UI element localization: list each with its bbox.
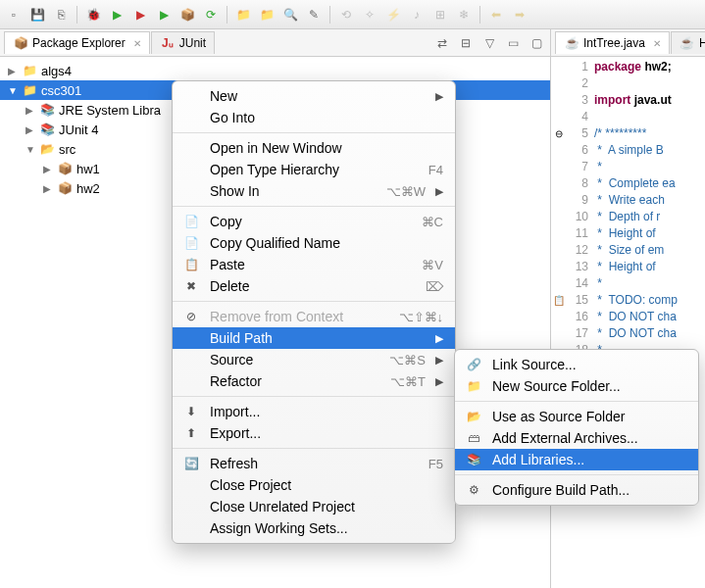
menu-paste[interactable]: 📋Paste⌘V [173, 254, 455, 275]
open-type-icon[interactable]: 📁 [233, 5, 253, 24]
tree-arrow-icon[interactable]: ▶ [25, 105, 35, 116]
save-icon[interactable]: 💾 [27, 5, 47, 24]
menu-close-project[interactable]: Close Project [173, 474, 455, 496]
menu-item-label: Close Project [210, 477, 433, 493]
menu-item-icon: 📁 [465, 379, 482, 393]
tree-label: algs4 [41, 64, 72, 78]
nav-icon: ⟲ [336, 5, 356, 24]
submenu-configure-build-path-[interactable]: ⚙Configure Build Path... [455, 479, 698, 501]
menu-open-type-hierarchy[interactable]: Open Type HierarchyF4 [173, 159, 455, 180]
menu-item-label: Source [210, 352, 379, 368]
tree-label: csc301 [41, 83, 81, 98]
package-explorer-icon: 📦 [13, 35, 28, 51]
menu-copy[interactable]: 📄Copy⌘C [173, 211, 455, 232]
tree-arrow-icon[interactable]: ▶ [43, 183, 53, 194]
menu-item-label: Open Type Hierarchy [210, 162, 419, 177]
menu-show-in[interactable]: Show In⌥⌘W▶ [173, 180, 455, 202]
submenu-link-source-[interactable]: 🔗Link Source... [455, 354, 698, 375]
tree-label: src [59, 142, 76, 157]
close-icon[interactable]: ✕ [133, 38, 141, 49]
tree-arrow-icon[interactable]: ▶ [25, 124, 35, 135]
tree-arrow-icon[interactable]: ▼ [8, 85, 18, 96]
tree-label: JRE System Libra [59, 103, 161, 118]
folder-icon: 📁 [22, 63, 37, 78]
collapse-icon[interactable]: ⇄ [432, 33, 452, 53]
menu-shortcut: ⌦ [426, 279, 443, 294]
search-icon[interactable]: 🔍 [280, 5, 300, 24]
nav-icon: ♪ [407, 5, 427, 24]
menu-open-in-new-window[interactable]: Open in New Window [173, 137, 455, 159]
menu-item-label: Copy [210, 214, 412, 229]
link-icon[interactable]: ⊟ [456, 33, 476, 53]
folder-icon: 📚 [39, 102, 55, 118]
submenu-new-source-folder-[interactable]: 📁New Source Folder... [455, 375, 698, 397]
tree-arrow-icon[interactable]: ▼ [25, 144, 35, 155]
tab-inttree[interactable]: ☕ IntTree.java ✕ [555, 31, 670, 54]
menu-item-label: Paste [210, 257, 412, 272]
menu-item-label: Remove from Context [210, 309, 389, 324]
tree-item-algs4[interactable]: ▶📁algs4 [0, 61, 550, 80]
menu-item-label: Use as Source Folder [492, 409, 686, 424]
menu-item-label: Link Source... [492, 357, 686, 372]
menu-item-icon: 📂 [465, 410, 482, 423]
ext-tool-icon[interactable]: ▶ [130, 5, 150, 24]
tree-label: hw1 [76, 162, 100, 176]
tree-label: hw2 [76, 181, 100, 196]
refresh-icon[interactable]: ⟳ [201, 5, 221, 24]
tab-hw[interactable]: ☕ HW [671, 31, 705, 54]
menu-refactor[interactable]: Refactor⌥⌘T▶ [173, 370, 455, 392]
menu-icon[interactable]: ▽ [479, 33, 499, 53]
menu-item-label: Go Into [210, 110, 433, 125]
menu-export-[interactable]: ⬆Export... [173, 422, 455, 444]
tab-label: JUnit [179, 36, 206, 50]
menu-item-icon: ⬆ [182, 426, 200, 440]
menu-item-label: Open in New Window [210, 140, 433, 156]
menu-item-label: Show In [210, 183, 377, 199]
menu-refresh[interactable]: 🔄RefreshF5 [173, 453, 455, 474]
open-task-icon[interactable]: 📁 [257, 5, 277, 24]
menu-item-label: Add External Archives... [492, 430, 686, 446]
context-menu: New▶Go IntoOpen in New WindowOpen Type H… [172, 80, 456, 544]
menu-copy-qualified-name[interactable]: 📄Copy Qualified Name [173, 232, 455, 254]
build-icon[interactable]: 📦 [177, 5, 197, 24]
tree-arrow-icon[interactable]: ▶ [8, 66, 18, 76]
submenu-add-external-archives-[interactable]: 🗃Add External Archives... [455, 427, 698, 449]
java-file-icon: ☕ [680, 35, 695, 51]
tab-package-explorer[interactable]: 📦 Package Explorer ✕ [4, 31, 150, 54]
submenu-arrow-icon: ▶ [435, 90, 443, 103]
menu-close-unrelated-project[interactable]: Close Unrelated Project [173, 496, 455, 517]
close-icon[interactable]: ✕ [653, 38, 661, 49]
menu-build-path[interactable]: Build Path▶ [173, 327, 455, 349]
menu-source[interactable]: Source⌥⌘S▶ [173, 349, 455, 370]
menu-new[interactable]: New▶ [173, 85, 455, 107]
menu-item-icon: 📋 [182, 258, 200, 271]
tree-arrow-icon[interactable]: ▶ [43, 164, 53, 174]
menu-item-icon: ⊘ [182, 310, 200, 323]
menu-assign-working-sets-[interactable]: Assign Working Sets... [173, 517, 455, 539]
menu-import-[interactable]: ⬇Import... [173, 401, 455, 422]
folder-icon: 📂 [39, 141, 55, 157]
min-icon[interactable]: ▭ [503, 33, 523, 53]
debug-icon[interactable]: 🐞 [83, 5, 103, 24]
tree-label: JUnit 4 [59, 122, 98, 137]
menu-shortcut: F4 [428, 163, 443, 177]
coverage-icon[interactable]: ▶ [154, 5, 174, 24]
menu-item-icon: 📚 [465, 453, 482, 466]
menu-item-label: Copy Qualified Name [210, 235, 433, 251]
menu-item-label: Export... [210, 425, 433, 441]
menu-go-into[interactable]: Go Into [173, 107, 455, 128]
wand-icon[interactable]: ✎ [304, 5, 324, 24]
save-all-icon[interactable]: ⎘ [51, 5, 71, 24]
menu-item-label: New Source Folder... [492, 378, 686, 394]
new-icon[interactable]: ▫ [4, 5, 24, 24]
editor-tabs: ☕ IntTree.java ✕ ☕ HW [551, 29, 705, 57]
menu-delete[interactable]: ✖Delete⌦ [173, 275, 455, 297]
menu-item-label: Close Unrelated Project [210, 499, 433, 514]
java-file-icon: ☕ [564, 35, 579, 51]
tab-junit[interactable]: Jᵤ JUnit [151, 31, 215, 54]
submenu-use-as-source-folder[interactable]: 📂Use as Source Folder [455, 406, 698, 427]
submenu-add-libraries-[interactable]: 📚Add Libraries... [455, 449, 698, 470]
max-icon[interactable]: ▢ [527, 33, 546, 53]
menu-item-icon: ⚙ [465, 483, 482, 497]
run-icon[interactable]: ▶ [107, 5, 126, 24]
